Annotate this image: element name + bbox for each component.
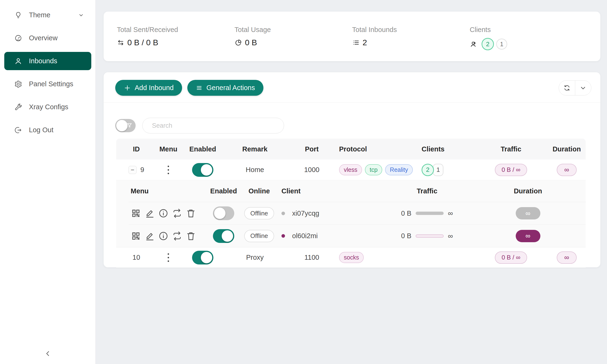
toolbar: Add Inbound General Actions <box>115 80 591 96</box>
add-inbound-button[interactable]: Add Inbound <box>115 80 182 96</box>
general-actions-button[interactable]: General Actions <box>187 80 264 96</box>
sidebar-item-label: Log Out <box>29 126 53 134</box>
collapse-row-button[interactable]: − <box>129 166 137 174</box>
gauge-icon <box>14 34 22 42</box>
dropdown-button[interactable] <box>575 80 591 95</box>
row-enabled-toggle[interactable] <box>192 163 213 177</box>
funnel-icon <box>126 122 133 129</box>
delete-icon[interactable] <box>186 231 196 241</box>
stat-label: Total Sent/Received <box>117 26 235 34</box>
sidebar-item-inbounds[interactable]: Inbounds <box>4 52 91 70</box>
sidebar: Theme Overview Inbounds Panel Settings <box>0 0 95 364</box>
sidebar-collapse-button[interactable] <box>42 348 53 359</box>
row-port: 1000 <box>304 166 320 174</box>
stat-label: Total Inbounds <box>352 26 470 34</box>
sidebar-item-label: Theme <box>29 11 50 19</box>
stat-value: 0 B / 0 B <box>127 38 158 47</box>
row-remark: Home <box>246 166 264 174</box>
table-header-row: ID Menu Enabled Remark Port Protocol Cli… <box>116 139 586 159</box>
row-menu-button[interactable] <box>165 252 172 263</box>
clients-online-badge: 2 <box>482 38 494 50</box>
refresh-icon <box>563 84 570 91</box>
sidebar-item-label: Overview <box>29 34 58 42</box>
row-id: 10 <box>132 254 140 261</box>
sidebar-item-theme[interactable]: Theme <box>4 6 91 24</box>
lightbulb-icon <box>14 11 22 19</box>
sub-col-header-client: Client <box>281 187 301 195</box>
duration-pill: ∞ <box>557 251 577 264</box>
row-menu-button[interactable] <box>165 164 172 176</box>
delete-icon[interactable] <box>186 208 196 219</box>
sub-col-header-online: Online <box>249 187 270 195</box>
reset-traffic-icon[interactable] <box>172 208 182 219</box>
traffic-progress-bar <box>416 212 444 215</box>
clients-online-badge: 2 <box>422 164 434 176</box>
sidebar-item-log-out[interactable]: Log Out <box>4 121 91 139</box>
traffic-pill: 0 B / ∞ <box>495 251 527 264</box>
col-header-traffic: Traffic <box>501 145 521 153</box>
row-id: 9 <box>140 166 144 174</box>
protocol-tag: socks <box>339 252 364 263</box>
sidebar-item-label: Xray Configs <box>29 103 68 111</box>
col-header-protocol: Protocol <box>339 145 367 153</box>
refresh-button[interactable] <box>559 80 575 95</box>
client-row: Offline xi07ycqg 0 B ∞ ∞ <box>129 202 586 225</box>
sidebar-item-panel-settings[interactable]: Panel Settings <box>4 75 91 93</box>
traffic-limit: ∞ <box>448 209 453 217</box>
client-enabled-toggle[interactable] <box>213 207 234 220</box>
row-port: 1100 <box>304 254 319 261</box>
edit-icon[interactable] <box>145 231 155 241</box>
table-row: 10 Proxy 1100 socks 0 B / ∞ ∞ <box>116 247 586 268</box>
client-enabled-toggle[interactable] <box>213 229 234 243</box>
stat-label: Total Usage <box>235 26 352 34</box>
chevron-left-icon <box>44 350 52 357</box>
sidebar-item-xray-configs[interactable]: Xray Configs <box>4 98 91 116</box>
col-header-enabled: Enabled <box>189 145 216 153</box>
stat-total-usage: Total Usage 0 B <box>235 26 352 61</box>
col-header-menu: Menu <box>159 145 177 153</box>
wrench-icon <box>14 103 22 111</box>
sub-col-header-enabled: Enabled <box>210 187 237 195</box>
swap-arrows-icon <box>117 39 124 46</box>
row-enabled-toggle[interactable] <box>192 251 213 264</box>
traffic-limit: ∞ <box>448 232 453 240</box>
pie-chart-icon <box>235 39 242 46</box>
logout-icon <box>14 126 22 134</box>
col-header-remark: Remark <box>242 145 267 153</box>
edit-icon[interactable] <box>145 208 155 219</box>
expanded-clients-section: Menu Enabled Online Client Traffic Durat… <box>116 180 586 247</box>
stat-total-sent-received: Total Sent/Received 0 B / 0 B <box>117 26 235 61</box>
person-icon <box>14 57 22 65</box>
info-icon[interactable] <box>158 231 169 241</box>
people-icon <box>470 40 477 48</box>
col-header-duration: Duration <box>553 145 581 153</box>
qrcode-icon[interactable] <box>131 208 141 219</box>
sidebar-item-label: Panel Settings <box>29 80 73 88</box>
protocol-tag: vless <box>339 164 362 175</box>
stat-label: Clients <box>470 26 587 34</box>
traffic-progress-bar <box>416 234 444 238</box>
traffic-pill: 0 B / ∞ <box>495 164 527 176</box>
app-root: Theme Overview Inbounds Panel Settings <box>0 0 607 364</box>
reset-traffic-icon[interactable] <box>172 231 182 241</box>
client-name: xi07ycqg <box>292 209 319 217</box>
gear-icon <box>14 80 22 88</box>
sidebar-item-label: Inbounds <box>29 57 57 65</box>
search-input[interactable] <box>142 118 284 133</box>
inbounds-card: Add Inbound General Actions <box>104 72 600 267</box>
client-color-dot <box>281 234 285 238</box>
duration-pill: ∞ <box>516 230 540 242</box>
stat-value: 2 <box>363 38 367 47</box>
inbounds-table: ID Menu Enabled Remark Port Protocol Cli… <box>116 139 586 268</box>
qrcode-icon[interactable] <box>131 231 141 241</box>
sub-col-header-menu: Menu <box>129 187 149 195</box>
client-name: ol60i2mi <box>292 232 318 240</box>
sidebar-item-overview[interactable]: Overview <box>4 29 91 47</box>
filter-toggle[interactable] <box>115 119 136 132</box>
info-icon[interactable] <box>158 208 169 219</box>
duration-pill: ∞ <box>516 207 540 220</box>
stats-card: Total Sent/Received 0 B / 0 B Total Usag… <box>104 12 600 61</box>
clients-total-badge: 1 <box>433 164 443 176</box>
col-header-port: Port <box>305 145 319 153</box>
online-status-badge: Offline <box>244 230 274 242</box>
